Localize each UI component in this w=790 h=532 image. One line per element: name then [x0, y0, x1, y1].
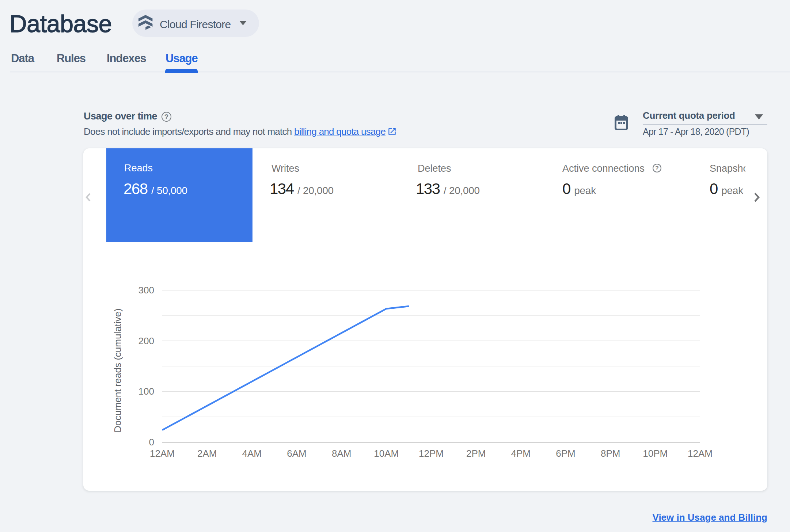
svg-text:6PM: 6PM: [556, 448, 575, 459]
svg-text:Document reads (cumulative): Document reads (cumulative): [112, 308, 123, 433]
svg-text:2AM: 2AM: [197, 448, 217, 459]
svg-text:8PM: 8PM: [601, 448, 620, 459]
svg-text:12AM: 12AM: [688, 448, 713, 459]
svg-text:0: 0: [149, 437, 154, 448]
svg-text:10PM: 10PM: [643, 448, 668, 459]
svg-text:4AM: 4AM: [242, 448, 262, 459]
svg-text:12PM: 12PM: [419, 448, 444, 459]
svg-text:2PM: 2PM: [466, 448, 486, 459]
svg-text:8AM: 8AM: [332, 448, 351, 459]
svg-text:100: 100: [138, 386, 154, 397]
svg-text:10AM: 10AM: [374, 448, 399, 459]
svg-text:300: 300: [138, 285, 154, 296]
svg-text:6AM: 6AM: [287, 448, 306, 459]
svg-text:12AM: 12AM: [150, 448, 175, 459]
svg-text:200: 200: [138, 335, 154, 346]
svg-text:4PM: 4PM: [511, 448, 531, 459]
